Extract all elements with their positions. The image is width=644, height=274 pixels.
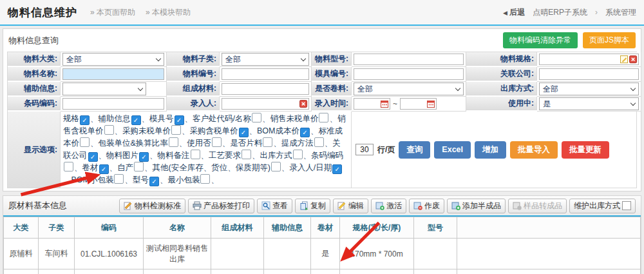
table-row[interactable]: 原辅料车间料01YFL1000001测试材料16080811234是1000mm… (4, 269, 641, 274)
display-option-checkbox[interactable]: ✓ (175, 115, 184, 125)
dropdown-select[interactable]: 全部 (222, 53, 309, 66)
field-cell: ~ (352, 97, 466, 112)
dropdown-select[interactable] (62, 83, 146, 95)
display-option-checkbox[interactable]: ✓ (139, 152, 149, 162)
display-option-label: 出库方式 (260, 151, 292, 160)
action-button-批量导入[interactable]: 批量导入 (510, 141, 558, 159)
toolbar-button-查看[interactable]: 查看 (257, 199, 292, 213)
query-panel-title: 物料信息查询 (8, 35, 59, 46)
chevron-down-icon (630, 100, 636, 105)
toolbar-checkbox[interactable] (622, 201, 631, 210)
dropdown-select[interactable]: 是 (539, 97, 639, 110)
display-option-checkbox[interactable] (200, 174, 210, 184)
display-option-checkbox[interactable] (169, 137, 178, 147)
text-input[interactable] (539, 68, 639, 80)
option-separator: 、 (222, 139, 231, 148)
top-bar: 物料信息维护 » 本页面帮助 » 本模块帮助 ◀ 后退 点晴ERP子系统 › 系… (0, 0, 644, 26)
toolbar-button-复制[interactable]: 复制 (295, 199, 330, 213)
panel-action-button[interactable]: 物料编码清除异常 (503, 32, 578, 48)
toolbar-button-添加半成品[interactable]: 添加半成品 (447, 199, 506, 213)
display-option-checkbox[interactable]: ✓ (131, 115, 141, 125)
module-help-link[interactable]: » 本模块帮助 (146, 7, 191, 18)
field-label: 使用中: (466, 97, 537, 110)
text-input[interactable] (62, 98, 164, 110)
column-header: 规格(宽/长/厚) (340, 217, 414, 239)
edit-icon (337, 201, 346, 210)
action-button-查询[interactable]: 查询 (399, 141, 430, 159)
text-input[interactable] (62, 68, 164, 80)
table-header-row: 大类子类编码名称组成材料辅助信息卷材规格(宽/长/厚)型号 (4, 217, 641, 239)
panel-action-button[interactable]: 页面JS脚本 (583, 32, 636, 48)
table-cell: 是 (311, 239, 340, 269)
dropdown-select[interactable]: 全部 (539, 83, 639, 95)
toolbar-button-编辑[interactable]: 编辑 (333, 199, 368, 213)
display-option-checkbox[interactable] (171, 125, 181, 135)
column-header: 名称 (144, 217, 211, 239)
page-help-link[interactable]: » 本页面帮助 (90, 7, 135, 18)
dropdown-select[interactable]: 全部 (62, 53, 164, 66)
toolbar-button-维护出库方式[interactable]: 维护出库方式 (569, 199, 636, 213)
display-option-label: 提成方法 (281, 139, 314, 148)
chevron-down-icon (455, 85, 460, 90)
date-from-input[interactable] (354, 98, 390, 110)
display-option-checkbox[interactable]: ✓ (99, 164, 109, 174)
display-option-checkbox[interactable]: ✓ (88, 152, 98, 162)
option-separator: 、 (124, 175, 133, 184)
text-input[interactable] (222, 98, 309, 110)
action-button-增加[interactable]: 增加 (475, 141, 506, 159)
action-button-Excel[interactable]: Excel (434, 141, 471, 159)
display-option-checkbox[interactable] (314, 137, 324, 147)
table-cell (457, 269, 641, 274)
text-input[interactable] (539, 54, 639, 65)
display-option-checkbox[interactable] (252, 113, 261, 122)
display-option-checkbox[interactable] (212, 137, 222, 147)
date-to-input[interactable] (400, 98, 437, 110)
text-input[interactable] (354, 54, 464, 65)
page-size-input[interactable]: 30 (355, 144, 374, 155)
field-label: 物料子类: (167, 52, 220, 66)
materials-panel: 原材料基本信息 物料检测标准产品标签打印查看复制编辑激活作废添加半成品样品转成品… (3, 195, 641, 274)
display-option-checkbox[interactable] (263, 137, 272, 147)
breadcrumb-app[interactable]: 点晴ERP子系统 (533, 7, 587, 18)
toolbar-button-label: 复制 (310, 201, 326, 211)
display-option-checkbox[interactable]: ✓ (332, 164, 342, 174)
display-option-checkbox[interactable] (80, 137, 90, 147)
option-separator: 、 (249, 126, 258, 135)
text-input[interactable] (222, 68, 309, 80)
display-option-checkbox[interactable] (293, 150, 303, 159)
display-option-checkbox[interactable] (242, 150, 251, 159)
calendar-icon (427, 100, 435, 108)
table-cell: 车间料 (39, 269, 75, 274)
display-option-checkbox[interactable] (104, 125, 114, 135)
table-row[interactable]: 原辅料车间料01.CJL.1006163测试相同卷料销售出库是170mm * 7… (4, 239, 641, 269)
display-option-checkbox[interactable] (64, 162, 73, 171)
dropdown-select[interactable]: 全部 (354, 83, 464, 95)
toolbar-button-物料检测标准[interactable]: 物料检测标准 (119, 199, 185, 213)
option-separator: 、 (142, 114, 150, 123)
display-option-checkbox[interactable] (114, 174, 124, 184)
display-option-checkbox[interactable] (191, 150, 200, 159)
toolbar-button-激活[interactable]: 激活 (371, 199, 406, 213)
field-cell (61, 82, 167, 97)
display-option-checkbox[interactable]: ✓ (300, 128, 310, 137)
display-option-label: 销售未税单价 (270, 114, 318, 123)
display-option-checkbox[interactable] (271, 162, 281, 171)
breadcrumb-section[interactable]: 系统管理 (605, 7, 636, 18)
display-option-checkbox[interactable]: ✓ (239, 128, 249, 137)
table-cell: 170mm * 700m (340, 239, 414, 269)
text-input[interactable] (222, 83, 309, 95)
action-button-批量更新[interactable]: 批量更新 (562, 141, 609, 159)
option-separator: 、 (179, 139, 187, 148)
page-size-suffix: 行/页 (377, 144, 395, 155)
display-option-checkbox[interactable] (319, 113, 328, 122)
clear-icon (629, 55, 638, 64)
display-option-checkbox[interactable]: ✓ (149, 177, 159, 186)
display-option-label: 模具号 (149, 114, 174, 123)
text-input[interactable] (354, 68, 464, 80)
back-button[interactable]: ◀ 后退 (503, 7, 525, 18)
column-header: 辅助信息 (264, 217, 311, 239)
display-option-checkbox[interactable] (134, 162, 144, 171)
toolbar-button-产品标签打印[interactable]: 产品标签打印 (188, 199, 254, 213)
display-option-checkbox[interactable]: ✓ (80, 115, 90, 125)
toolbar-button-作废[interactable]: 作废 (409, 199, 444, 213)
